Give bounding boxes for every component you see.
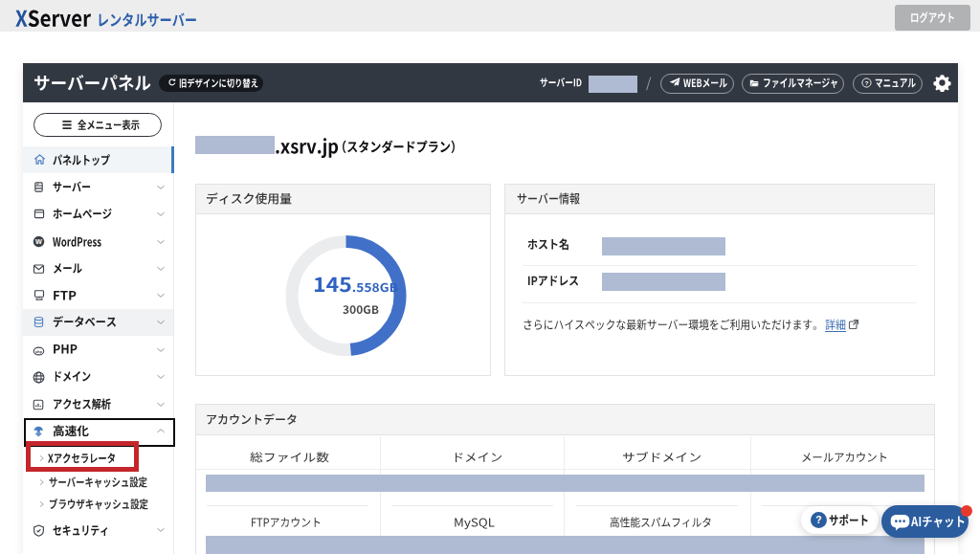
svg-text:?: ? [815,515,821,525]
svg-text:php: php [35,350,43,354]
svg-text:?: ? [864,80,868,86]
svg-text:W: W [35,237,42,246]
